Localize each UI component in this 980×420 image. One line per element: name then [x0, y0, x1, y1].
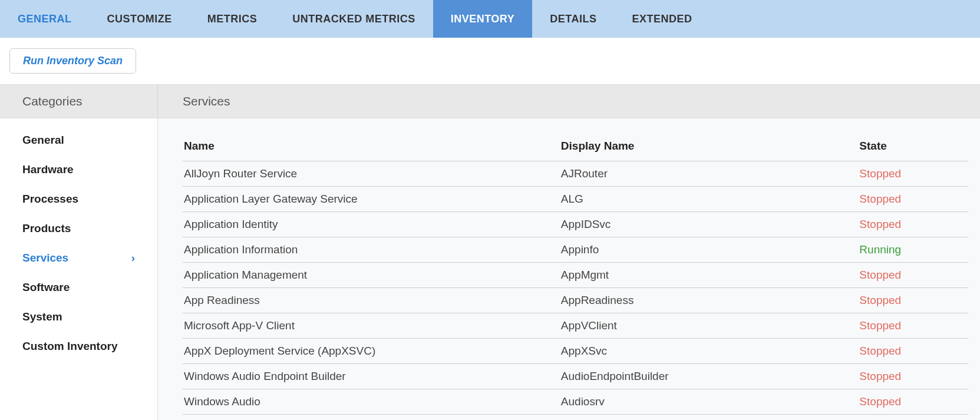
content-header-row: Categories Services: [0, 84, 980, 118]
tab-details[interactable]: DETAILS: [532, 0, 614, 38]
chevron-right-icon: ›: [131, 252, 135, 264]
table-row[interactable]: Application ManagementAppMgmtStopped: [183, 263, 968, 288]
sidebar-item-general[interactable]: General: [0, 125, 157, 155]
sidebar-item-label: Custom Inventory: [22, 340, 118, 353]
sidebar-item-label: Products: [22, 222, 71, 235]
table-row[interactable]: ActiveX Installer (AxInstSV)AxInstSVStop…: [183, 415, 968, 421]
cell-state: Stopped: [858, 364, 968, 389]
cell-state: Stopped: [858, 288, 968, 313]
table-header-row: Name Display Name State: [183, 135, 968, 161]
table-row[interactable]: Application IdentityAppIDSvcStopped: [183, 212, 968, 237]
sidebar-item-label: Processes: [22, 193, 78, 206]
sidebar-item-label: System: [22, 310, 62, 323]
sidebar: GeneralHardwareProcessesProductsServices…: [0, 118, 158, 420]
cell-state: Stopped: [858, 187, 968, 212]
table-row[interactable]: Application InformationAppinfoRunning: [183, 237, 968, 263]
cell-name: Windows Audio Endpoint Builder: [183, 364, 560, 389]
cell-name: AppX Deployment Service (AppXSVC): [183, 339, 560, 364]
cell-display: AppReadiness: [560, 288, 859, 313]
panel-title: Services: [158, 85, 980, 118]
sidebar-item-processes[interactable]: Processes: [0, 184, 157, 214]
sidebar-item-label: Services: [22, 252, 68, 264]
cell-name: Microsoft App-V Client: [183, 313, 560, 339]
services-table: Name Display Name State AllJoyn Router S…: [183, 135, 968, 420]
sidebar-item-label: Software: [22, 281, 70, 294]
cell-name: App Readiness: [183, 288, 560, 313]
cell-state: Stopped: [858, 263, 968, 288]
cell-display: AudioEndpointBuilder: [560, 364, 859, 389]
cell-state: Stopped: [858, 415, 968, 421]
cell-display: AppIDSvc: [560, 212, 859, 237]
cell-display: ALG: [560, 187, 859, 212]
cell-name: Application Information: [183, 237, 560, 263]
tab-extended[interactable]: EXTENDED: [614, 0, 710, 38]
action-bar: Run Inventory Scan: [0, 38, 980, 84]
sidebar-item-system[interactable]: System: [0, 302, 157, 332]
cell-state: Stopped: [858, 339, 968, 364]
tab-general[interactable]: GENERAL: [0, 0, 90, 38]
cell-name: ActiveX Installer (AxInstSV): [183, 415, 560, 421]
categories-header: Categories: [0, 85, 158, 118]
tab-metrics[interactable]: METRICS: [190, 0, 275, 38]
table-row[interactable]: App ReadinessAppReadinessStopped: [183, 288, 968, 313]
tabs-bar: GENERALCUSTOMIZEMETRICSUNTRACKED METRICS…: [0, 0, 980, 38]
table-row[interactable]: Windows AudioAudiosrvStopped: [183, 389, 968, 415]
tab-untracked-metrics[interactable]: UNTRACKED METRICS: [275, 0, 433, 38]
cell-display: Appinfo: [560, 237, 859, 263]
table-row[interactable]: AllJoyn Router ServiceAJRouterStopped: [183, 161, 968, 187]
col-header-display[interactable]: Display Name: [560, 135, 859, 161]
cell-state: Running: [858, 237, 968, 263]
main-panel: Name Display Name State AllJoyn Router S…: [158, 118, 980, 420]
cell-state: Stopped: [858, 212, 968, 237]
content-body: GeneralHardwareProcessesProductsServices…: [0, 118, 980, 420]
cell-display: AppVClient: [560, 313, 859, 339]
table-row[interactable]: Windows Audio Endpoint BuilderAudioEndpo…: [183, 364, 968, 389]
cell-name: Application Management: [183, 263, 560, 288]
table-row[interactable]: Application Layer Gateway ServiceALGStop…: [183, 187, 968, 212]
cell-display: AxInstSV: [560, 415, 859, 421]
sidebar-item-products[interactable]: Products: [0, 214, 157, 243]
cell-name: Application Identity: [183, 212, 560, 237]
cell-state: Stopped: [858, 389, 968, 415]
tab-inventory[interactable]: INVENTORY: [433, 0, 533, 38]
cell-display: AJRouter: [560, 161, 859, 187]
table-row[interactable]: Microsoft App-V ClientAppVClientStopped: [183, 313, 968, 339]
sidebar-item-label: Hardware: [22, 163, 74, 176]
sidebar-item-software[interactable]: Software: [0, 273, 157, 302]
sidebar-item-services[interactable]: Services›: [0, 243, 157, 273]
cell-display: Audiosrv: [560, 389, 859, 415]
table-row[interactable]: AppX Deployment Service (AppXSVC)AppXSvc…: [183, 339, 968, 364]
cell-state: Stopped: [858, 313, 968, 339]
cell-name: Application Layer Gateway Service: [183, 187, 560, 212]
cell-state: Stopped: [858, 161, 968, 187]
cell-display: AppMgmt: [560, 263, 859, 288]
cell-display: AppXSvc: [560, 339, 859, 364]
cell-name: Windows Audio: [183, 389, 560, 415]
run-inventory-scan-button[interactable]: Run Inventory Scan: [9, 48, 136, 74]
tab-customize[interactable]: CUSTOMIZE: [90, 0, 190, 38]
col-header-name[interactable]: Name: [183, 135, 560, 161]
col-header-state[interactable]: State: [858, 135, 968, 161]
sidebar-item-custom-inventory[interactable]: Custom Inventory: [0, 332, 157, 361]
sidebar-item-label: General: [22, 134, 64, 147]
cell-name: AllJoyn Router Service: [183, 161, 560, 187]
sidebar-item-hardware[interactable]: Hardware: [0, 155, 157, 184]
